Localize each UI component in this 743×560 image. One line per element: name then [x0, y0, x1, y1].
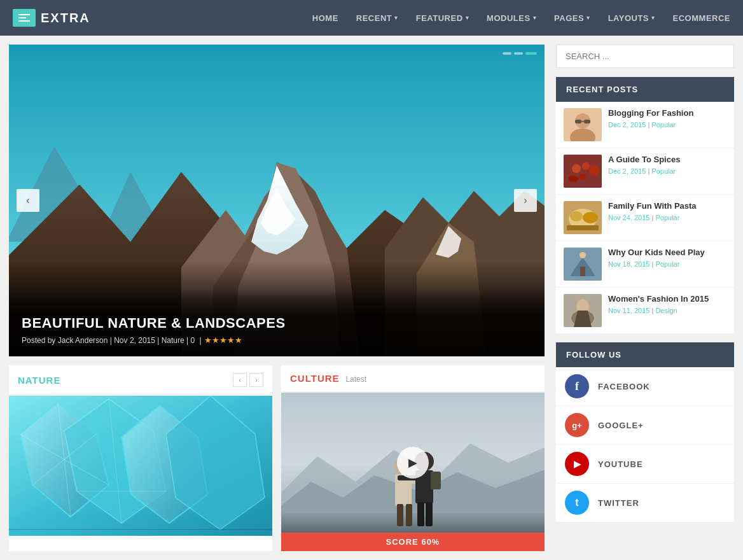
main-nav: HOME RECENT▾ FEATURED▾ MODULES▾ PAGES▾ L… [312, 13, 730, 23]
svg-rect-1 [18, 14, 30, 15]
nature-nav-arrows: ‹ › [233, 373, 263, 387]
header: EXTRA HOME RECENT▾ FEATURED▾ MODULES▾ PA… [0, 0, 743, 36]
post-title: Blogging For Fashion [608, 108, 693, 119]
svg-rect-39 [426, 502, 433, 526]
post-meta: Nov 11, 2015 | Design [608, 307, 709, 314]
recent-posts-section: RECENT POSTS Blogging For Fashion [556, 77, 734, 333]
slider-dot-3[interactable] [525, 52, 537, 55]
slider-dots [503, 52, 537, 55]
post-thumbnail [564, 155, 602, 188]
play-button[interactable]: ▶ [397, 447, 429, 479]
facebook-label: FACEBOOK [598, 382, 650, 391]
googleplus-item[interactable]: g+ GOOGLE+ [556, 406, 734, 445]
svg-point-58 [583, 212, 598, 223]
post-info: Why Our Kids Need Play Nov 18, 2015 | Po… [608, 248, 705, 268]
logo-text: EXTRA [41, 11, 90, 25]
twitter-label: TWITTER [598, 498, 639, 508]
nature-prev-button[interactable]: ‹ [233, 373, 247, 387]
svg-rect-34 [406, 504, 412, 526]
logo-icon [13, 9, 36, 27]
culture-section: CULTURE Latest [281, 365, 545, 551]
hero-caption: BEAUTIFUL NATURE & LANDSCAPES Posted by … [9, 290, 545, 356]
post-info: Family Fun With Pasta Nov 24, 2015 | Pop… [608, 201, 697, 221]
post-meta: Nov 24, 2015 | Popular [608, 214, 697, 221]
youtube-icon: ▶ [565, 452, 589, 476]
star-rating: ★★★★★ [204, 335, 242, 345]
svg-point-62 [580, 252, 586, 258]
svg-rect-33 [397, 504, 403, 526]
culture-card-image: ▶ [281, 393, 545, 533]
twitter-icon: t [565, 491, 589, 515]
chevron-down-icon: ▾ [394, 15, 398, 21]
nav-home[interactable]: HOME [312, 13, 338, 23]
nature-card-image [9, 396, 272, 536]
googleplus-icon: g+ [565, 413, 589, 437]
bottom-grid: NATURE ‹ › [9, 365, 545, 551]
slider-prev-button[interactable]: ‹ [17, 189, 39, 212]
slider-dot-1[interactable] [503, 52, 511, 55]
post-title: Women's Fashion In 2015 [608, 294, 709, 305]
nav-recent[interactable]: RECENT▾ [356, 13, 398, 23]
hero-meta: Posted by Jack Anderson | Nov 2, 2015 | … [22, 335, 532, 345]
post-thumbnail [564, 294, 602, 327]
culture-title: CULTURE [290, 373, 340, 384]
nature-next-button[interactable]: › [249, 373, 263, 387]
nav-modules[interactable]: MODULES▾ [487, 13, 536, 23]
post-title: A Guide To Spices [608, 155, 680, 165]
twitter-item[interactable]: t TWITTER [556, 484, 734, 522]
post-info: Women's Fashion In 2015 Nov 11, 2015 | D… [608, 294, 709, 314]
post-thumbnail [564, 201, 602, 234]
nature-title: NATURE [18, 375, 60, 386]
sidebar: RECENT POSTS Blogging For Fashion [556, 45, 734, 551]
svg-rect-40 [431, 472, 441, 489]
nav-layouts[interactable]: LAYOUTS▾ [608, 13, 655, 23]
chevron-down-icon: ▾ [466, 15, 469, 21]
post-meta: Nov 18, 2015 | Popular [608, 260, 705, 268]
facebook-item[interactable]: f FACEBOOK [556, 367, 734, 406]
nav-ecommerce[interactable]: ECOMMERCE [673, 13, 730, 23]
list-item[interactable]: Why Our Kids Need Play Nov 18, 2015 | Po… [556, 241, 734, 288]
follow-us-section: FOLLOW US f FACEBOOK g+ GOOGLE+ ▶ YOUTUB… [556, 342, 734, 522]
svg-rect-38 [417, 502, 424, 526]
hero-title: BEAUTIFUL NATURE & LANDSCAPES [22, 315, 532, 332]
slider-dot-2[interactable] [514, 52, 523, 55]
post-info: Blogging For Fashion Dec 2, 2015 | Popul… [608, 108, 693, 129]
svg-rect-46 [584, 120, 590, 123]
culture-section-header: CULTURE Latest [281, 365, 545, 393]
post-title: Family Fun With Pasta [608, 201, 697, 212]
list-item[interactable]: A Guide To Spices Dec 2, 2015 | Popular [556, 148, 734, 195]
svg-rect-45 [575, 120, 581, 123]
nature-section: NATURE ‹ › [9, 365, 272, 551]
facebook-icon: f [565, 374, 589, 398]
nav-pages[interactable]: PAGES▾ [554, 13, 590, 23]
svg-rect-30 [281, 514, 545, 533]
svg-rect-54 [564, 155, 602, 188]
post-thumbnail [564, 248, 602, 281]
page-wrapper: ‹ › BEAUTIFUL NATURE & LANDSCAPES Posted… [0, 36, 743, 560]
culture-subtitle: Latest [345, 375, 366, 384]
slider-next-button[interactable]: › [514, 189, 537, 212]
svg-rect-3 [18, 20, 30, 22]
post-thumbnail [564, 108, 602, 141]
search-input[interactable] [556, 45, 734, 68]
list-item[interactable]: Women's Fashion In 2015 Nov 11, 2015 | D… [556, 288, 734, 333]
chevron-down-icon: ▾ [587, 15, 590, 21]
nav-featured[interactable]: FEATURED▾ [416, 13, 469, 23]
main-column: ‹ › BEAUTIFUL NATURE & LANDSCAPES Posted… [9, 45, 545, 551]
post-info: A Guide To Spices Dec 2, 2015 | Popular [608, 155, 680, 175]
svg-point-57 [570, 211, 583, 221]
post-title: Why Our Kids Need Play [608, 248, 705, 258]
svg-rect-2 [18, 17, 26, 18]
post-meta: Dec 2, 2015 | Popular [608, 167, 680, 175]
list-item[interactable]: Family Fun With Pasta Nov 24, 2015 | Pop… [556, 195, 734, 241]
score-bar: SCORE 60% [281, 533, 545, 551]
hero-slider: ‹ › BEAUTIFUL NATURE & LANDSCAPES Posted… [9, 45, 545, 356]
list-item[interactable]: Blogging For Fashion Dec 2, 2015 | Popul… [556, 102, 734, 148]
logo[interactable]: EXTRA [13, 9, 90, 27]
post-meta: Dec 2, 2015 | Popular [608, 121, 693, 129]
youtube-label: YOUTUBE [598, 459, 643, 469]
recent-posts-header: RECENT POSTS [556, 77, 734, 102]
chevron-down-icon: ▾ [651, 15, 655, 21]
follow-us-header: FOLLOW US [556, 342, 734, 367]
youtube-item[interactable]: ▶ YOUTUBE [556, 445, 734, 484]
